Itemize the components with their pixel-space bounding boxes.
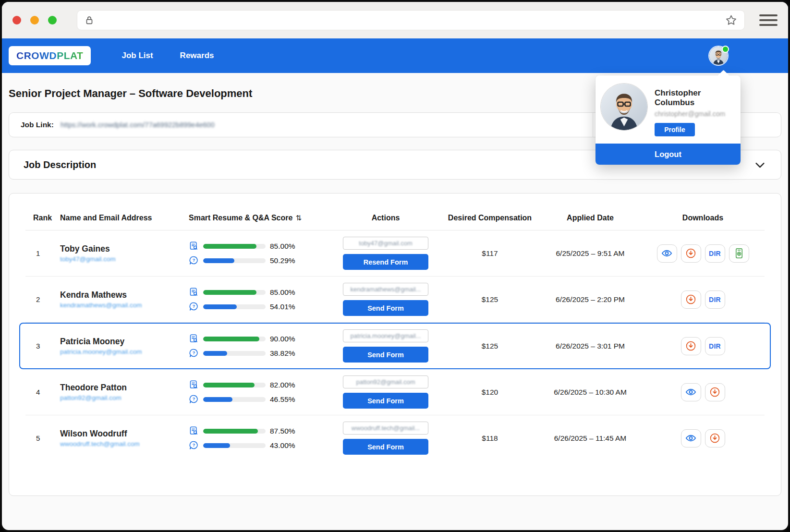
desired-compensation-value: $120 bbox=[440, 388, 539, 397]
app-navbar: CROWDPLAT Job List Rewards bbox=[2, 38, 788, 73]
dir-button[interactable]: DIR bbox=[705, 244, 725, 263]
svg-text:?: ? bbox=[193, 258, 195, 263]
qa-score-value: 54.01% bbox=[270, 302, 300, 311]
crowdplat-logo[interactable]: CROWDPLAT bbox=[9, 46, 91, 65]
candidate-email-input[interactable]: patton92@gmail.com bbox=[343, 375, 428, 388]
applied-date-value: 6/25/2025 – 9:51 AM bbox=[539, 249, 641, 258]
rank-value: 4 bbox=[25, 388, 60, 396]
resume-score-value: 90.00% bbox=[270, 335, 300, 343]
candidate-email-input[interactable]: toby47@gmail.com bbox=[343, 237, 428, 250]
bookmark-star-icon[interactable] bbox=[725, 14, 738, 27]
applied-date-value: 6/26/2025 – 11:45 AM bbox=[539, 434, 641, 443]
user-avatar[interactable] bbox=[709, 47, 728, 65]
actions-cell: patton92@gmail.comSend Form bbox=[331, 375, 440, 409]
qa-score-bar bbox=[203, 397, 266, 402]
candidate-email: kendramathews@gmail.com bbox=[60, 302, 189, 309]
candidates-table-card: Rank Name and Email Address Smart Resume… bbox=[9, 193, 781, 496]
score-cell: 85.00%?54.01% bbox=[189, 287, 331, 312]
maximize-window-button[interactable] bbox=[48, 16, 57, 24]
candidate-row[interactable]: 1Toby Gainestoby47@gmail.com85.00%?50.29… bbox=[25, 230, 765, 277]
dir-label: DIR bbox=[709, 342, 721, 350]
question-bubble-icon: ? bbox=[189, 255, 199, 266]
resume-score-value: 82.00% bbox=[270, 381, 300, 389]
chevron-down-icon[interactable] bbox=[754, 158, 766, 171]
job-link-url: https://work.crowdplat.com/77a69922b899e… bbox=[61, 121, 215, 129]
lock-icon bbox=[84, 15, 95, 25]
candidate-email-input[interactable]: wwoodruff.tech@gmail... bbox=[343, 422, 428, 435]
close-window-button[interactable] bbox=[12, 16, 21, 24]
qa-score-bar bbox=[203, 304, 266, 309]
candidate-email: toby47@gmail.com bbox=[60, 255, 189, 263]
header-score[interactable]: Smart Resume & Q&A Score⇅ bbox=[189, 214, 331, 222]
name-email-cell: Wilson Woodruffwwoodruff.tech@gmail.com bbox=[60, 429, 189, 447]
applied-date-value: 6/26/2025 – 3:01 PM bbox=[539, 342, 641, 351]
nav-item-job-list[interactable]: Job List bbox=[122, 51, 153, 60]
view-button[interactable] bbox=[657, 244, 677, 263]
resume-score-bar bbox=[203, 383, 266, 387]
nav-links: Job List Rewards bbox=[122, 51, 214, 60]
name-email-cell: Patricia Mooneypatricia.mooney@gmail.com bbox=[60, 337, 189, 355]
qa-score-value: 38.82% bbox=[270, 349, 300, 358]
applied-date-value: 6/26/2025 – 2:20 PM bbox=[539, 295, 641, 304]
dir-button[interactable]: DIR bbox=[705, 290, 725, 309]
resume-score-value: 85.00% bbox=[270, 242, 300, 251]
eye-icon bbox=[685, 433, 696, 444]
question-bubble-icon: ? bbox=[189, 348, 199, 358]
hamburger-menu-icon[interactable] bbox=[759, 14, 778, 26]
header-downloads: Downloads bbox=[641, 214, 765, 222]
candidate-row[interactable]: 5Wilson Woodruffwwoodruff.tech@gmail.com… bbox=[25, 415, 765, 461]
resume-score-icon bbox=[189, 380, 199, 390]
profile-email: christopher@gmail.com bbox=[655, 110, 734, 118]
download-button[interactable] bbox=[705, 383, 725, 401]
dir-button[interactable]: DIR bbox=[705, 337, 725, 355]
nav-item-rewards[interactable]: Rewards bbox=[180, 51, 214, 60]
send-form-button[interactable]: Send Form bbox=[343, 393, 428, 409]
candidate-row[interactable]: 3Patricia Mooneypatricia.mooney@gmail.co… bbox=[19, 323, 771, 369]
profile-button[interactable]: Profile bbox=[655, 123, 695, 136]
view-button[interactable] bbox=[681, 429, 701, 447]
dir-label: DIR bbox=[709, 296, 721, 303]
resume-score-bar bbox=[203, 244, 266, 249]
downloads-cell: DIR bbox=[641, 290, 765, 309]
candidate-email-input[interactable]: patricia.mooney@gmail... bbox=[343, 329, 428, 342]
url-bar[interactable] bbox=[77, 10, 745, 30]
resume-score-icon bbox=[189, 334, 199, 344]
download-button[interactable] bbox=[681, 290, 701, 309]
header-name-email: Name and Email Address bbox=[60, 214, 189, 222]
download-circle-icon bbox=[685, 294, 696, 305]
svg-text:?: ? bbox=[193, 351, 195, 355]
view-button[interactable] bbox=[681, 383, 701, 401]
download-button[interactable] bbox=[681, 244, 701, 263]
candidate-row[interactable]: 4Theodore Pattonpatton92@gmail.com82.00%… bbox=[25, 369, 765, 415]
dir-label: DIR bbox=[709, 250, 721, 257]
browser-window: CROWDPLAT Job List Rewards Senior P bbox=[0, 0, 790, 532]
rank-value: 3 bbox=[25, 342, 60, 350]
download-button[interactable] bbox=[681, 337, 701, 355]
table-header-row: Rank Name and Email Address Smart Resume… bbox=[25, 206, 765, 230]
resume-score-icon bbox=[189, 426, 199, 436]
send-form-button[interactable]: Send Form bbox=[343, 347, 428, 363]
score-cell: 85.00%?50.29% bbox=[189, 241, 331, 266]
job-link-label: Job Link: bbox=[21, 121, 54, 129]
resend-form-button[interactable]: Resend Form bbox=[343, 254, 428, 270]
document-button[interactable] bbox=[729, 244, 749, 263]
candidate-email-input[interactable]: kendramathews@gmail... bbox=[343, 283, 428, 296]
resume-score-bar bbox=[203, 429, 266, 434]
desired-compensation-value: $125 bbox=[440, 295, 539, 304]
sort-arrows-icon[interactable]: ⇅ bbox=[295, 214, 302, 222]
profile-avatar bbox=[601, 84, 647, 130]
send-form-button[interactable]: Send Form bbox=[343, 300, 428, 316]
header-applied-date: Applied Date bbox=[539, 214, 641, 222]
qa-score-value: 46.55% bbox=[270, 395, 300, 404]
download-button[interactable] bbox=[705, 429, 725, 447]
rank-value: 1 bbox=[25, 249, 60, 257]
candidate-name: Theodore Patton bbox=[60, 383, 189, 393]
applied-date-value: 6/26/2025 – 10:30 AM bbox=[539, 388, 641, 397]
logo-text-plat: PLAT bbox=[57, 50, 83, 61]
resume-score-icon bbox=[189, 241, 199, 251]
candidate-name: Kendra Mathews bbox=[60, 290, 189, 300]
candidate-row[interactable]: 2Kendra Mathewskendramathews@gmail.com85… bbox=[25, 277, 765, 323]
logout-button[interactable]: Logout bbox=[596, 144, 741, 165]
minimize-window-button[interactable] bbox=[30, 16, 39, 24]
send-form-button[interactable]: Send Form bbox=[343, 439, 428, 455]
